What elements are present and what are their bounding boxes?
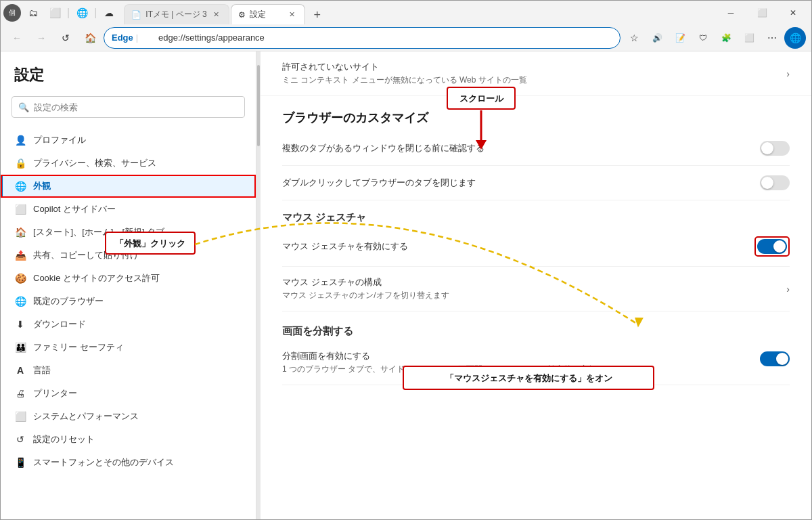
family-icon: 👪: [14, 342, 26, 353]
edge-tab-button[interactable]: 🌐: [72, 3, 91, 22]
sidebar-item-system[interactable]: ⬜ システムとパフォーマンス: [1, 405, 256, 428]
download-icon: ⬇: [14, 319, 26, 330]
cookie-icon: 🍪: [14, 273, 26, 284]
not-allowed-title: 許可されていないサイト: [282, 61, 781, 73]
customize-header: ブラウザーのカスタマイズ: [282, 96, 790, 131]
address-bar-wrapper: Edge |: [104, 27, 621, 49]
refresh-button[interactable]: ↺: [55, 27, 76, 49]
collections-button[interactable]: 🗂: [24, 3, 43, 22]
settings-tab-label: 設定: [250, 9, 283, 20]
mouse-gesture-config-subtitle: マウス ジェスチャのオン/オフを切り替えます: [282, 290, 786, 301]
edge-profile-button[interactable]: 🌐: [784, 27, 806, 49]
appearance-icon: 🌐: [14, 181, 26, 192]
mouse-gesture-enable-toggle-wrapper: [754, 236, 790, 257]
settings-search-input[interactable]: [12, 96, 245, 118]
screen-split-enable-subtitle: 1 つのブラウザー タブで、サイド バイ サイドの画面間でマルチタスクを効率的に…: [282, 364, 654, 375]
default-browser-icon: 🌐: [14, 296, 26, 307]
close-confirm-label: 複数のタブがあるウィンドウを閉じる前に確認する: [282, 142, 760, 154]
profile-icon: 👤: [14, 135, 26, 146]
double-click-row: ダブルクリックしてブラウザーのタブを閉じます: [282, 166, 790, 200]
back-button[interactable]: ←: [6, 27, 28, 49]
sidebar-item-cookie[interactable]: 🍪 Cookie とサイトのアクセス許可: [1, 267, 256, 290]
screen-split-header: 画面を分割する: [282, 311, 790, 341]
sidebar-title: 設定: [1, 65, 256, 96]
system-icon: ⬜: [14, 411, 26, 422]
mouse-gesture-config-chevron: ›: [786, 284, 790, 295]
sidebar-item-family[interactable]: 👪 ファミリー セーフティ: [1, 336, 256, 359]
privacy-icon: 🔒: [14, 158, 26, 169]
printer-icon: 🖨: [14, 388, 26, 399]
forward-button[interactable]: →: [30, 27, 52, 49]
copilot-icon: ⬜: [14, 204, 26, 215]
tab-itm[interactable]: 📄 ITメモ | ページ 3 ✕: [124, 4, 229, 24]
search-icon: 🔍: [18, 102, 29, 112]
sidebar-item-privacy[interactable]: 🔒 プライバシー、検索、サービス: [1, 152, 256, 175]
read-aloud-button[interactable]: 🔊: [646, 27, 668, 49]
search-box: 🔍: [12, 96, 245, 118]
close-button[interactable]: ✕: [777, 2, 809, 24]
sidebar-item-reset[interactable]: ↺ 設定のリセット: [1, 428, 256, 451]
sidebar-item-profile[interactable]: 👤 プロファイル: [1, 129, 256, 152]
browser-essentials-button[interactable]: 🛡: [692, 27, 714, 49]
settings-more-button[interactable]: ⋯: [761, 27, 783, 49]
address-edge-icon: Edge |: [112, 32, 138, 43]
mouse-gesture-enable-label: マウス ジェスチャを有効にする: [282, 240, 754, 253]
not-allowed-chevron: ›: [786, 68, 790, 79]
mouse-gesture-enable-row: マウス ジェスチャを有効にする: [282, 227, 790, 267]
mobile-icon: 📱: [14, 457, 26, 468]
screen-split-toggle[interactable]: [760, 351, 790, 366]
favorites-button[interactable]: ☆: [623, 27, 645, 49]
mouse-gesture-header: マウス ジェスチャ: [282, 200, 790, 227]
onedrive-button[interactable]: ☁: [99, 3, 118, 22]
reset-icon: ↺: [14, 434, 26, 445]
tab-label: ITメモ | ページ 3: [145, 9, 206, 20]
maximize-button[interactable]: ⬜: [746, 2, 777, 24]
sidebar-item-download[interactable]: ⬇ ダウンロード: [1, 313, 256, 336]
not-allowed-subtitle: ミニ コンテキスト メニューが無効になっている Web サイトの一覧: [282, 74, 781, 86]
not-allowed-sites-section[interactable]: 許可されていないサイト ミニ コンテキスト メニューが無効になっている Web …: [261, 51, 811, 96]
double-click-label: ダブルクリックしてブラウザーのタブを閉じます: [282, 177, 760, 189]
minimize-button[interactable]: ─: [715, 2, 746, 24]
sidebar-item-appearance[interactable]: 🌐 外観: [1, 175, 256, 198]
add-notes-button[interactable]: 📝: [669, 27, 691, 49]
extensions-button[interactable]: 🧩: [715, 27, 737, 49]
sidebar-item-printer[interactable]: 🖨 プリンター: [1, 382, 256, 405]
mouse-gesture-config-label: マウス ジェスチャの構成: [282, 276, 786, 288]
sidebar-item-default-browser[interactable]: 🌐 既定のブラウザー: [1, 290, 256, 313]
mouse-gesture-config-row[interactable]: マウス ジェスチャの構成 マウス ジェスチャのオン/オフを切り替えます ›: [282, 267, 790, 311]
start-icon: 🏠: [14, 227, 26, 238]
sidebar-button[interactable]: ⬜: [738, 27, 760, 49]
sidebar: 設定 🔍 👤 プロファイル 🔒 プライバシー、検索、サービス 🌐 外観 ⬜: [1, 51, 256, 520]
tab-favicon: 📄: [131, 10, 141, 20]
sidebar-item-mobile[interactable]: 📱 スマートフォンとその他のデバイス: [1, 451, 256, 474]
tab-close-btn[interactable]: ✕: [211, 9, 222, 20]
share-icon: 📤: [14, 250, 26, 261]
content-area: 許可されていないサイト ミニ コンテキスト メニューが無効になっている Web …: [261, 51, 811, 520]
address-input[interactable]: [104, 27, 621, 49]
double-click-toggle[interactable]: [760, 175, 790, 190]
sidebar-item-copilot[interactable]: ⬜ Copilot とサイドバー: [1, 198, 256, 221]
sidebar-item-share[interactable]: 📤 共有、コピーして貼り付け: [1, 244, 256, 267]
profile-button[interactable]: 個: [3, 4, 21, 22]
tab-icon-button[interactable]: ⬜: [45, 3, 64, 22]
settings-tab-favicon: ⚙: [238, 10, 246, 20]
settings-tab-close[interactable]: ✕: [287, 9, 298, 20]
close-confirm-row: 複数のタブがあるウィンドウを閉じる前に確認する: [282, 131, 790, 166]
mouse-gesture-enable-toggle[interactable]: [757, 239, 787, 254]
close-confirm-toggle[interactable]: [760, 141, 790, 156]
language-icon: A: [14, 365, 26, 376]
screen-split-enable-label: 分割画面を有効にする: [282, 350, 760, 362]
tab-settings[interactable]: ⚙ 設定 ✕: [231, 4, 305, 24]
sidebar-item-start[interactable]: 🏠 [スタート]、[ホーム]、[新規] タブ: [1, 221, 256, 244]
sidebar-item-language[interactable]: A 言語: [1, 359, 256, 382]
home-button[interactable]: 🏠: [79, 27, 101, 49]
screen-split-enable-row: 分割画面を有効にする 1 つのブラウザー タブで、サイド バイ サイドの画面間で…: [282, 341, 790, 385]
new-tab-button[interactable]: +: [308, 5, 327, 24]
